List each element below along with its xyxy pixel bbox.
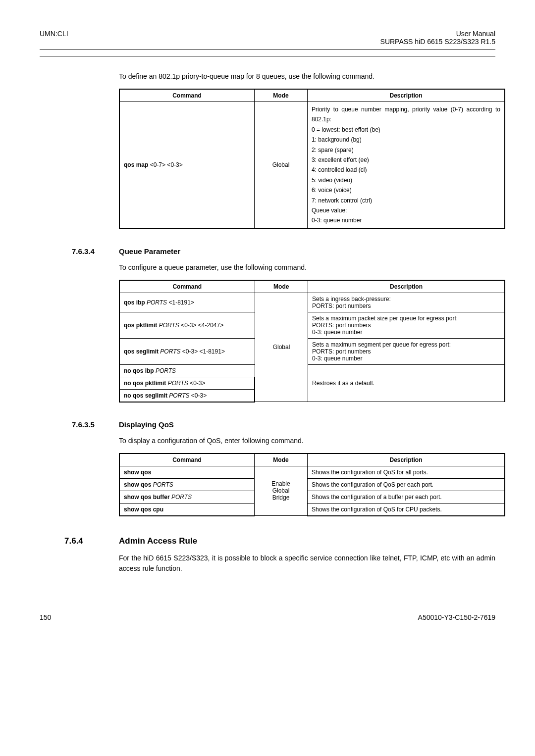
d-r4-b: show qos cpu (124, 506, 163, 513)
d-r3-i: PORTS (170, 494, 192, 501)
d-mode-2: Bridge (259, 494, 303, 501)
q-r1-i: PORTS (145, 299, 167, 306)
d-r1-b: show qos (124, 469, 151, 476)
q-r6-cmd: no qos seglimit PORTS <0-3> (119, 389, 255, 402)
sec-queue-title: Queue Parameter (119, 247, 180, 255)
map-cmd-bold: qos map (124, 161, 148, 168)
map-desc-3: 2: spare (spare) (312, 145, 500, 155)
q-r4-i: PORTS (154, 367, 176, 374)
q-r1-d1: PORTS: port numbers (312, 302, 500, 309)
sec-display-title: Displaying QoS (119, 420, 174, 429)
q-r5-e: <0-3> (188, 380, 206, 387)
sec-queue-num: 7.6.3.4 (72, 247, 104, 255)
q-r2-d2: 0-3: queue number (312, 329, 500, 336)
d-r4-desc: Shows the configuration of QoS for CPU p… (308, 503, 505, 516)
header-right-sub: SURPASS hiD 6615 S223/S323 R1.5 (40, 38, 495, 46)
q-r2-b: qos pktlimit (124, 322, 157, 329)
q-r5-b: no qos pktlimit (124, 380, 166, 387)
queue-table: Command Mode Description qos ibp PORTS <… (119, 280, 505, 403)
q-r1-e: <1-8191> (167, 299, 194, 306)
map-mode: Global (255, 102, 308, 229)
d-r4-cmd: show qos cpu (119, 503, 255, 516)
q-mode: Global (255, 293, 308, 402)
sec-admin-title: Admin Access Rule (119, 536, 197, 546)
th-mode: Mode (255, 454, 308, 466)
th-command: Command (119, 89, 255, 102)
map-desc-8: 7: network control (ctrl) (312, 196, 500, 205)
q-r4-b: no qos ibp (124, 367, 154, 374)
d-mode-1: Global (259, 487, 303, 494)
q-r4-cmd: no qos ibp PORTS (119, 364, 255, 377)
th-mode: Mode (255, 280, 308, 293)
q-r6-e: <0-3> (189, 392, 207, 399)
q-r2-cmd: qos pktlimit PORTS <0-3> <4-2047> (119, 312, 255, 338)
map-desc-9: Queue value: (312, 205, 500, 215)
sec-admin-num: 7.6.4 (64, 536, 104, 546)
sec-display-num: 7.6.3.5 (72, 420, 104, 429)
q-r3-desc: Sets a maximum segment per queue for egr… (308, 338, 505, 364)
map-desc-7: 6: voice (voice) (312, 185, 500, 195)
page-header: UMN:CLI User Manual (40, 30, 495, 38)
q-r2-desc: Sets a maximum packet size per queue for… (308, 312, 505, 338)
q-r1-d0: Sets a ingress back-pressure: (312, 296, 500, 302)
q-r6-b: no qos seglimit (124, 392, 167, 399)
th-command: Command (119, 280, 255, 293)
map-table: Command Mode Description qos map <0-7> <… (119, 89, 505, 229)
sec-display-intro: To display a configuration of QoS, enter… (119, 436, 495, 446)
q-r5-cmd: no qos pktlimit PORTS <0-3> (119, 377, 255, 389)
d-r1-desc: Shows the configuration of QoS for all p… (308, 466, 505, 478)
map-desc-1: 0 = lowest: best effort (be) (312, 125, 500, 135)
header-right-top: User Manual (456, 30, 495, 38)
q-r456-desc: Restroes it as a default. (308, 364, 505, 402)
d-r2-i: PORTS (151, 481, 173, 488)
sec-queue-intro: To configure a queue parameter, use the … (119, 262, 495, 273)
q-r2-d1: PORTS: port numbers (312, 322, 500, 329)
intro-map: To define an 802.1p priory-to-queue map … (119, 71, 495, 82)
d-r2-cmd: show qos PORTS (119, 478, 255, 491)
q-r2-d0: Sets a maximum packet size per queue for… (312, 315, 500, 322)
page-footer: 150 A50010-Y3-C150-2-7619 (40, 613, 495, 621)
th-mode: Mode (255, 89, 308, 102)
q-r2-i: PORTS (157, 322, 179, 329)
q-r3-d2: 0-3: queue number (312, 355, 500, 362)
q-r3-b: qos seglimit (124, 348, 159, 355)
q-r1-b: qos ibp (124, 299, 145, 306)
d-r1-cmd: show qos (119, 466, 255, 478)
d-r3-b: show qos buffer (124, 494, 170, 501)
footer-page: 150 (40, 613, 51, 621)
sec-admin-heading: 7.6.4 Admin Access Rule (64, 536, 495, 546)
q-r3-e: <0-3> <1-8191> (180, 348, 224, 355)
d-r3-cmd: show qos buffer PORTS (119, 491, 255, 503)
map-desc-4: 3: excellent effort (ee) (312, 155, 500, 165)
q-r3-cmd: qos seglimit PORTS <0-3> <1-8191> (119, 338, 255, 364)
sec-admin-para: For the hiD 6615 S223/S323, it is possib… (119, 553, 495, 574)
q-r3-d1: PORTS: port numbers (312, 348, 500, 355)
d-r3-desc: Shows the configuration of a buffer per … (308, 491, 505, 503)
map-cmd-args: <0-7> <0-3> (148, 161, 182, 168)
footer-doc: A50010-Y3-C150-2-7619 (418, 613, 495, 621)
q-r5-i: PORTS (166, 380, 188, 387)
q-r6-i: PORTS (167, 392, 189, 399)
q-r1-cmd: qos ibp PORTS <1-8191> (119, 293, 255, 312)
th-description: Description (308, 89, 505, 102)
header-rule-2 (40, 56, 495, 56)
map-desc: Priority to queue number mapping, priori… (308, 102, 505, 229)
map-cmd: qos map <0-7> <0-3> (119, 102, 255, 229)
d-mode-0: Enable (259, 480, 303, 487)
map-desc-10: 0-3: queue number (312, 215, 500, 225)
map-desc-5: 4: controlled load (cl) (312, 165, 500, 175)
header-left: UMN:CLI (40, 30, 68, 38)
sec-display-heading: 7.6.3.5 Displaying QoS (72, 420, 495, 429)
th-description: Description (308, 280, 505, 293)
map-desc-6: 5: video (video) (312, 175, 500, 185)
d-r2-desc: Shows the configuration of QoS per each … (308, 478, 505, 491)
d-mode: Enable Global Bridge (255, 466, 308, 516)
map-desc-0: Priority to queue number mapping, priori… (312, 104, 500, 125)
q-r3-i: PORTS (159, 348, 180, 355)
q-r2-e: <0-3> <4-2047> (179, 322, 223, 329)
sec-queue-heading: 7.6.3.4 Queue Parameter (72, 247, 495, 255)
header-rule-1 (40, 50, 495, 50)
display-table: Command Mode Description show qos Enable… (119, 453, 505, 516)
q-r1-desc: Sets a ingress back-pressure: PORTS: por… (308, 293, 505, 312)
th-command: Command (119, 454, 255, 466)
